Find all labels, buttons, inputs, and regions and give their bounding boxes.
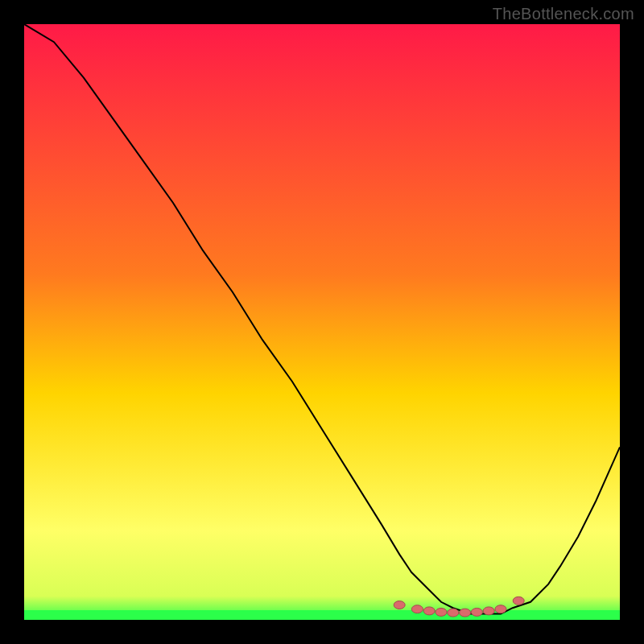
watermark-text: TheBottleneck.com bbox=[493, 5, 634, 23]
optimal-dot bbox=[423, 607, 435, 615]
gradient-background bbox=[24, 24, 620, 620]
optimal-dot bbox=[394, 601, 405, 609]
optimal-dot bbox=[436, 608, 447, 616]
chart-stage: TheBottleneck.com bbox=[0, 0, 644, 644]
optimal-dot bbox=[513, 597, 524, 605]
optimal-dot bbox=[483, 607, 494, 615]
optimal-dot bbox=[411, 605, 423, 613]
plot-area bbox=[24, 24, 620, 620]
plot-svg bbox=[24, 24, 620, 620]
optimal-dot bbox=[448, 609, 459, 617]
green-bottom-band bbox=[24, 610, 620, 620]
optimal-dot bbox=[495, 605, 506, 613]
optimal-dot bbox=[460, 609, 471, 617]
optimal-dot bbox=[471, 608, 482, 616]
